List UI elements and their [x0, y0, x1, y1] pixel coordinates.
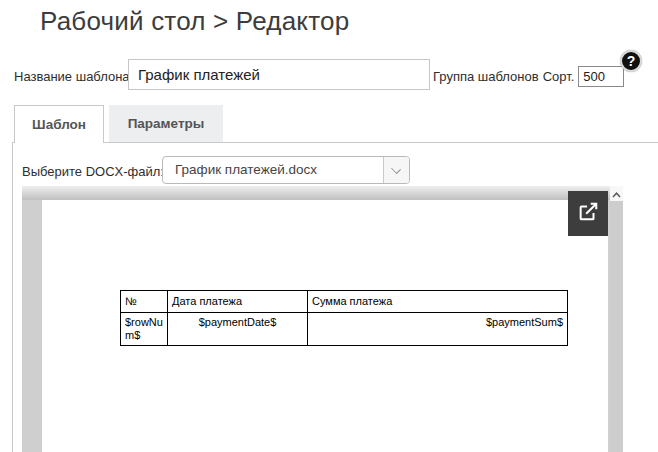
- payment-schedule-table: № Дата платежа Сумма платежа $rowNum$ $p…: [120, 290, 568, 346]
- template-name-label: Название шаблона:: [14, 69, 133, 84]
- docx-preview-area: № Дата платежа Сумма платежа $rowNum$ $p…: [22, 186, 610, 452]
- table-row: $rowNum$ $paymentDate$ $paymentSum$: [121, 313, 568, 346]
- document-page: № Дата платежа Сумма платежа $rowNum$ $p…: [42, 200, 608, 452]
- preview-scrollbar[interactable]: [610, 186, 623, 452]
- scroll-up-button[interactable]: [610, 186, 623, 200]
- open-in-new-icon: [577, 201, 599, 227]
- tab-parameters-label: Параметры: [128, 116, 205, 131]
- help-icon[interactable]: ?: [620, 50, 642, 72]
- group-sort-row: Группа шаблонов Сорт.: [433, 63, 624, 90]
- tab-template-label: Шаблон: [32, 117, 86, 132]
- docx-file-label: Выберите DOCX-файл:: [22, 164, 164, 179]
- chevron-down-icon: [392, 165, 400, 173]
- header-cell-number: №: [121, 291, 168, 313]
- template-group-label: Группа шаблонов: [433, 69, 539, 84]
- panel-left-border: [12, 142, 13, 452]
- cell-paymentdate-placeholder: $paymentDate$: [168, 313, 308, 346]
- header-cell-payment-sum: Сумма платежа: [308, 291, 568, 313]
- breadcrumb: Рабочий стол > Редактор: [40, 6, 349, 37]
- select-arrow-button[interactable]: [383, 157, 409, 183]
- docx-file-selected-value: График платежей.docx: [175, 157, 317, 183]
- panel-top-border: [12, 142, 658, 143]
- tab-parameters[interactable]: Параметры: [109, 105, 223, 142]
- sort-label: Сорт.: [543, 69, 575, 84]
- template-name-input[interactable]: [128, 59, 430, 90]
- cell-paymentsum-placeholder: $paymentSum$: [308, 313, 568, 346]
- scrollbar-thumb[interactable]: [610, 201, 623, 452]
- sort-input[interactable]: [578, 66, 624, 87]
- open-fullscreen-button[interactable]: [568, 191, 608, 236]
- cell-rownum-placeholder: $rowNum$: [121, 313, 168, 346]
- docx-file-select[interactable]: График платежей.docx: [162, 156, 410, 184]
- header-cell-payment-date: Дата платежа: [168, 291, 308, 313]
- preview-top-shadow: [22, 186, 610, 200]
- chevron-up-icon: [612, 184, 621, 202]
- tab-template[interactable]: Шаблон: [14, 105, 104, 143]
- table-header-row: № Дата платежа Сумма платежа: [121, 291, 568, 313]
- editor-window: Рабочий стол > Редактор Название шаблона…: [0, 0, 658, 452]
